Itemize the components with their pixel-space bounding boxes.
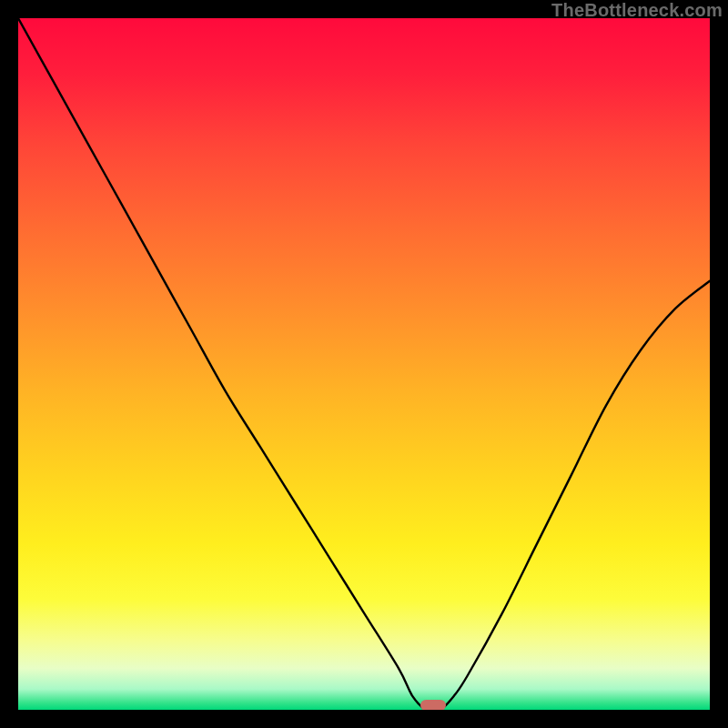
bottleneck-curve-svg xyxy=(18,18,710,710)
bottleneck-curve xyxy=(18,18,710,710)
chart-frame: TheBottleneck.com xyxy=(0,0,728,728)
optimal-marker xyxy=(420,700,446,710)
plot-area xyxy=(18,18,710,710)
